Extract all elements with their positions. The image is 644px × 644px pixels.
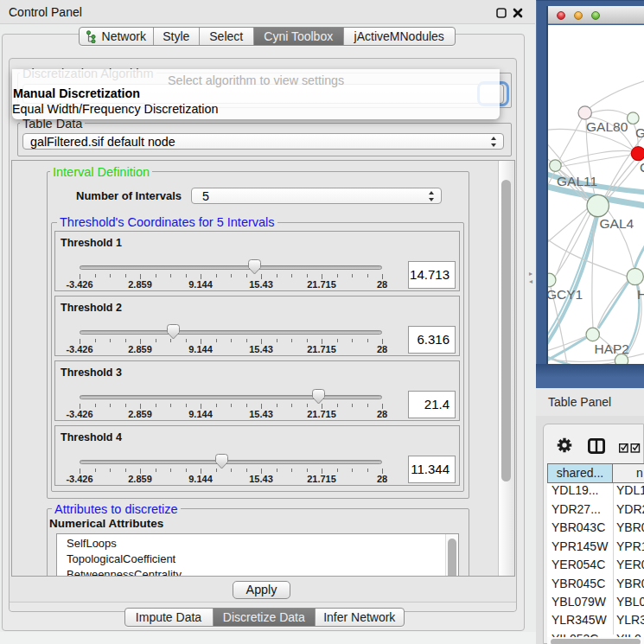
- svg-text:GCY1: GCY1: [548, 287, 583, 302]
- svg-text:GA: GA: [635, 125, 644, 140]
- svg-text:GAL4: GAL4: [600, 216, 634, 231]
- svg-text:HAP2: HAP2: [595, 341, 630, 356]
- svg-text:H: H: [637, 287, 644, 302]
- svg-text:C: C: [640, 160, 644, 175]
- svg-text:GAL11: GAL11: [557, 174, 597, 188]
- svg-text:GAL80: GAL80: [586, 119, 628, 134]
